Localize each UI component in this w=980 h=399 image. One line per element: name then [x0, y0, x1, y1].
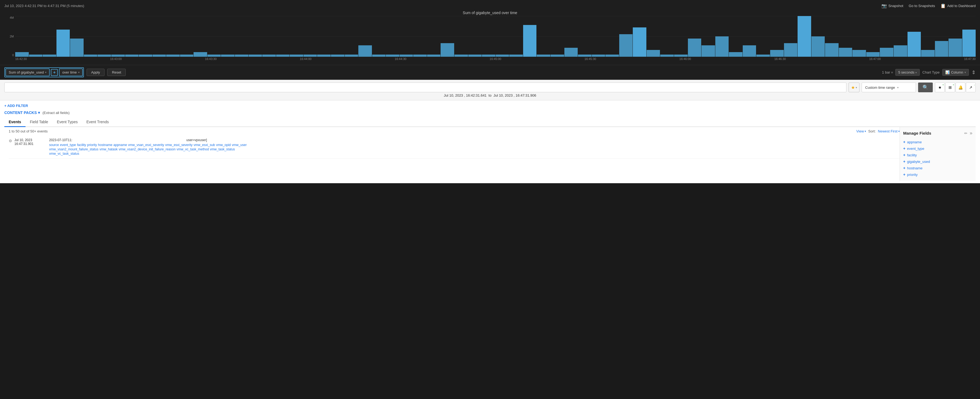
chart-bar	[221, 54, 235, 57]
add-widget-button[interactable]: ⊞ +	[945, 83, 955, 92]
view-button[interactable]: View ▾	[856, 129, 866, 133]
field-list: + appname + event_type + facility + giga…	[903, 139, 972, 178]
field-plus-icon: +	[903, 140, 905, 144]
list-item[interactable]: event_type	[60, 143, 76, 147]
time-range-select[interactable]: Custom time range ▾	[862, 83, 916, 92]
list-item[interactable]: vmw_esxi_severity	[165, 143, 193, 147]
chart-bar	[290, 54, 303, 57]
bar-size-dropdown-arrow: ▾	[915, 71, 917, 74]
go-to-snapshots-button[interactable]: Go to Snapshots	[908, 4, 935, 8]
apply-button[interactable]: Apply	[87, 69, 105, 76]
edit-fields-icon[interactable]: ✏	[964, 131, 967, 135]
chart-bar	[702, 45, 715, 57]
add-metric-button[interactable]: +	[51, 69, 58, 76]
list-item[interactable]: + facility	[903, 152, 972, 158]
list-item[interactable]: vmw_vc_task_status	[49, 152, 79, 156]
search-icon: 🔍	[923, 85, 928, 90]
chart-bar	[194, 52, 207, 57]
action-icons: ★ + ⊞ + 🔔 ↗ -	[935, 83, 976, 92]
chart-bar	[784, 43, 797, 57]
extract-all-fields[interactable]: (Extract all fields)	[43, 111, 70, 115]
dashboard-icon: 📋	[940, 3, 946, 8]
manage-fields-title: Manage Fields	[903, 131, 931, 135]
list-item[interactable]: vmw_opid	[216, 143, 231, 147]
chart-bar	[963, 30, 976, 57]
event-gear-icon[interactable]: ⚙	[9, 138, 12, 143]
list-item[interactable]: facility	[77, 143, 86, 147]
events-count: 1 to 50 out of 50+ events	[9, 129, 48, 133]
chart-bar	[317, 54, 331, 57]
share-button[interactable]: ↗ -	[966, 83, 976, 92]
sort-value[interactable]: Newest First ▾	[878, 129, 900, 133]
metric-dropdown-arrow: ▾	[45, 71, 46, 74]
over-time-select[interactable]: over time ▾	[59, 68, 83, 76]
event-meta: Jul 10, 2023 16:47:31.901	[14, 138, 47, 146]
chart-bar	[331, 54, 345, 57]
controls-left-group: Sum of gigabyte_used ▾ + over time ▾	[4, 67, 84, 77]
chart-bar	[523, 25, 537, 57]
tab-events[interactable]: Events	[4, 118, 25, 127]
time-range-dropdown-arrow: ▾	[897, 86, 899, 89]
list-item[interactable]: vmw_vsan2_mount_failure_status	[49, 147, 98, 151]
search-area: ★ ▾ Custom time range ▾ 🔍 ★ + ⊞ + 🔔 ↗ -	[0, 80, 980, 100]
events-panel: 1 to 50 out of 50+ events View ▾ Sort: N…	[4, 127, 900, 181]
reset-button[interactable]: Reset	[107, 69, 126, 76]
save-search-button[interactable]: ★ +	[935, 83, 945, 92]
content-packs-label[interactable]: CONTENT PACKS ▾	[4, 110, 40, 115]
list-item[interactable]: + priority	[903, 171, 972, 178]
chart-bar	[358, 45, 372, 57]
list-item[interactable]: + gigabyte_used	[903, 158, 972, 165]
list-item[interactable]: vmw_vsan_esxi_severity	[128, 143, 164, 147]
search-input-wrap[interactable]	[4, 83, 846, 92]
list-item[interactable]: vmw_user	[232, 143, 247, 147]
time-range-display: Jul 10, 2023 4:42:31 PM to 4:47:31 PM (5…	[4, 4, 84, 8]
chart-bar	[29, 54, 43, 57]
list-item[interactable]: vmw_vsan2_device_init_failure_reason	[119, 147, 175, 151]
list-item[interactable]: + hostname	[903, 165, 972, 171]
chart-bar	[249, 54, 262, 57]
chart-bar	[866, 52, 880, 57]
tab-event-types[interactable]: Event Types	[52, 118, 82, 127]
field-name: event_type	[907, 146, 924, 151]
chart-bar	[399, 54, 413, 57]
chart-bar	[180, 54, 194, 57]
metric-select[interactable]: Sum of gigabyte_used ▾	[5, 68, 50, 76]
field-plus-icon: +	[903, 172, 905, 177]
over-time-dropdown-arrow: ▾	[78, 71, 80, 74]
expand-sidebar-icon[interactable]: »	[970, 130, 972, 136]
alert-button[interactable]: 🔔	[956, 83, 965, 92]
field-plus-icon: +	[903, 159, 905, 164]
expand-icon[interactable]: ⇕	[972, 70, 976, 75]
chart-type-select[interactable]: 📊 Column ▾	[942, 69, 969, 76]
chart-bar	[770, 50, 784, 57]
add-to-dashboard-button[interactable]: 📋 Add to Dashboard	[940, 3, 976, 8]
list-item[interactable]: priority	[87, 143, 97, 147]
chart-title: Sum of gigabyte_used over time	[4, 11, 976, 15]
list-item[interactable]: + appname	[903, 139, 972, 145]
event-content: 2023-07-10T11: user=vpxuser]	[49, 138, 900, 156]
field-name: facility	[907, 153, 917, 157]
search-button[interactable]: 🔍	[918, 83, 933, 92]
list-item[interactable]: appname	[113, 143, 127, 147]
search-input[interactable]	[7, 86, 844, 89]
tab-event-trends[interactable]: Event Trends	[82, 118, 113, 127]
star-button[interactable]: ★ ▾	[849, 83, 859, 92]
list-item[interactable]: vmw_task_status	[210, 147, 235, 151]
bar-size-select[interactable]: 5 seconds ▾	[895, 69, 920, 76]
list-item[interactable]: vmw_esxi_sub	[194, 143, 215, 147]
add-filter-button[interactable]: + ADD FILTER	[4, 103, 28, 109]
chart-bar	[15, 52, 29, 57]
list-item[interactable]: vmw_vc_task_method	[177, 147, 209, 151]
chart-bar	[276, 54, 290, 57]
list-item[interactable]: hostname	[98, 143, 112, 147]
chart-bar	[441, 43, 454, 57]
chart-bar	[592, 54, 605, 57]
chart-bar	[235, 54, 248, 57]
list-item[interactable]: + event_type	[903, 145, 972, 152]
snapshot-button[interactable]: 📷 Snapshot	[881, 3, 903, 8]
chart-type-dropdown-arrow: ▾	[964, 71, 966, 74]
tab-field-table[interactable]: Field Table	[25, 118, 52, 127]
list-item[interactable]: source	[49, 143, 59, 147]
chart-bar	[853, 50, 866, 57]
list-item[interactable]: vmw_hatask	[99, 147, 118, 151]
